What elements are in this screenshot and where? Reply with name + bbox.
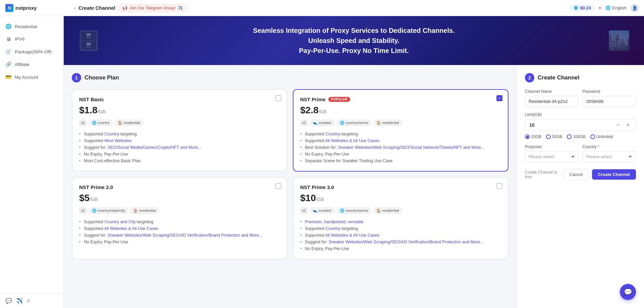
feature-item: Suggest for: Sneaker Websites/Web Scrapi… [79,232,280,239]
limit-option-50gb[interactable]: 50GB [546,134,562,139]
suggest-link-2[interactable]: Sneaker Websites/Web Scraping/SEO/AD Ver… [108,233,263,238]
limit-decrease-button[interactable]: − [614,121,622,129]
sidebar-label-affiliate: Affiliate [15,62,30,67]
feature-item: No Expiry, Pay-Per-Use [79,239,280,245]
cancel-button[interactable]: Cancel [564,169,588,180]
sidebar-label-my-account: My Account [15,75,38,80]
limit-option-100gb[interactable]: 100GB [567,134,585,139]
suggest-link-3[interactable]: Sneaker Websites/Web Scraping/SEO/AD Ver… [329,240,484,244]
package-icon: 🛒 [5,49,11,55]
plan-tag-x1-prime: x1 [300,120,308,126]
limit-row: 10 − + [525,119,636,131]
all-sites-link-2[interactable]: All Websites & All Use Cases [104,226,158,231]
plan-card-nst-basic[interactable]: NST Basic $1.8/GB x1 🌐 country 🏠 residen… [72,89,287,172]
free-text: Create Channel is free [525,170,560,179]
country-city-link[interactable]: Country and City [104,220,136,224]
create-channel-header: 2 Create Channel [525,73,636,82]
plan-checkbox-nst-prime[interactable]: ✓ [496,95,502,101]
sidebar-bottom: 💬 ✈️ ≡ [0,293,63,308]
plan-tag-country: 🌐 country [89,120,113,126]
plan-tags-nst-prime: x1 👟 sneaker 🌐 country/sense 🏠 residenti… [300,120,501,126]
plan-tag-residential: 🏠 residential [115,120,143,126]
menu-icon[interactable]: ≡ [27,298,30,304]
sidebar-item-residential[interactable]: 🌐 Residential [0,20,63,33]
language-selector[interactable]: 🌐 English [605,5,627,10]
sidebar-item-package[interactable]: 🛒 Package(50% Off) [0,45,63,58]
feature-item: No Expiry, Pay-Per-Use [300,151,501,158]
create-channel-section: 2 Create Channel Channel Name Password L… [517,65,644,308]
country-link-prime3[interactable]: Country [325,226,340,231]
plan-tags-nst-prime-2: x1 🌐 country/state/city 🏠 residential [79,207,280,214]
plan-checkbox-nst-prime-2[interactable] [275,183,281,189]
radio-10gb [525,134,530,139]
premium-link[interactable]: Premium, handpicked, versatile [305,220,363,224]
discord-icon[interactable]: 💬 [5,298,12,304]
chat-fab-button[interactable]: 💬 [620,284,636,300]
plan-card-nst-prime-2[interactable]: NST Prime 2.0 $5/GB x1 🌐 country/state/c… [72,177,287,259]
all-sites-link-3[interactable]: All Websites & All Use Cases [325,233,379,238]
feature-item: Supported All Websites & All Use Cases [79,225,280,232]
topbar-right: 💠 $0.24 + 🌐 English 👤 [570,4,639,12]
purposes-select[interactable]: Please select [525,151,579,162]
country-select[interactable]: Please select [583,151,636,162]
radio-50gb [546,134,551,139]
plan-tag-residential-prime3: 🏠 residential [373,207,402,214]
limit-label-unlimited: Unlimited [596,134,613,139]
feature-item: Supported Most Websites [79,137,280,144]
channel-name-password-row: Channel Name Password [525,89,636,107]
plan-tags-nst-prime-3: x1 👟 sneaker 🌐 country/sense 🏠 residenti… [300,207,501,214]
main-layout: 🌐 Residential 🖥 IPV6 🛒 Package(50% Off) … [0,16,644,308]
all-sites-link[interactable]: All Websites & All Use Cases [325,138,379,143]
required-indicator: * [598,144,599,149]
country-link[interactable]: Country [104,132,119,136]
feature-item: Suggest for: SEO/Social Media/Games/Cryp… [79,144,280,151]
add-balance-button[interactable]: + [598,5,601,11]
purposes-country-row: Purposes Please select Country * Please … [525,144,636,162]
limit-increase-button[interactable]: + [625,121,632,129]
feature-item: Supported Country-targeting [300,225,501,232]
chat-icon: 💬 [624,288,632,296]
sidebar-item-ipv6[interactable]: 🖥 IPV6 [0,33,63,45]
suggest-link[interactable]: SEO/Social Media/Games/Crypto/NFT and Mo… [108,145,202,150]
logo: N nstproxy [5,4,67,12]
telegram-icon[interactable]: ✈️ [16,298,23,304]
page-title: Create Channel [78,5,115,11]
password-group: Password [583,89,636,107]
channel-name-input[interactable] [525,96,579,107]
sidebar-item-my-account[interactable]: 💳 My Account [0,71,63,83]
most-websites-link[interactable]: Most Websites [104,138,132,143]
sidebar-label-ipv6: IPV6 [15,37,24,42]
residential-icon: 🌐 [5,23,11,29]
feature-item: Premium, handpicked, versatile [300,219,501,225]
limit-option-10gb[interactable]: 10GB [525,134,541,139]
telegram-icon: 📢 [122,6,127,10]
limit-option-unlimited[interactable]: Unlimited [590,134,613,139]
sidebar-item-affiliate[interactable]: 🔗 Affiliate [0,58,63,71]
telegram-button[interactable]: 📢 Join Our Telegram Group! ✈️ [118,4,187,12]
country-link-prime[interactable]: Country [325,132,340,136]
limit-label-100gb: 100GB [573,134,585,139]
topbar: N nstproxy ‹ Create Channel 📢 Join Our T… [0,0,644,16]
best-solution-link[interactable]: Sneaker Websites/Web Scraping/SEO/Social… [338,145,485,150]
plan-card-nst-prime-3[interactable]: NST Prime 3.0 $10/GB x1 👟 sneaker 🌐 coun… [293,177,508,259]
limit-label-10gb: 10GB [531,134,541,139]
radio-100gb [567,134,572,139]
balance-value: $0.24 [580,5,591,10]
plan-card-nst-prime[interactable]: ✓ NST Prime POPULAR $2.8/GB x1 👟 sneaker… [293,89,508,172]
feature-item: Supported Country and City-targeting [79,219,280,225]
plan-name-nst-basic: NST Basic [79,97,280,102]
telegram-label: Join Our Telegram Group! [129,6,176,10]
user-avatar[interactable]: 👤 [631,4,639,12]
feature-item: Suggest for: Sneaker Websites/Web Scrapi… [300,239,501,245]
create-channel-button[interactable]: Create Channel [592,169,636,180]
plan-price-nst-prime-3: $10/GB [300,193,501,203]
channel-name-label: Channel Name [525,89,579,94]
plan-checkbox-nst-prime-3[interactable] [496,183,502,189]
back-button[interactable]: ‹ [74,5,76,11]
sidebar-menu: 🌐 Residential 🖥 IPV6 🛒 Package(50% Off) … [0,16,63,293]
feature-item: Supported Country-targeting [79,131,280,137]
create-section-title: Create Channel [538,74,580,81]
plan-checkbox-nst-basic[interactable] [275,95,281,101]
password-input[interactable] [583,96,636,107]
radio-unlimited [590,134,595,139]
